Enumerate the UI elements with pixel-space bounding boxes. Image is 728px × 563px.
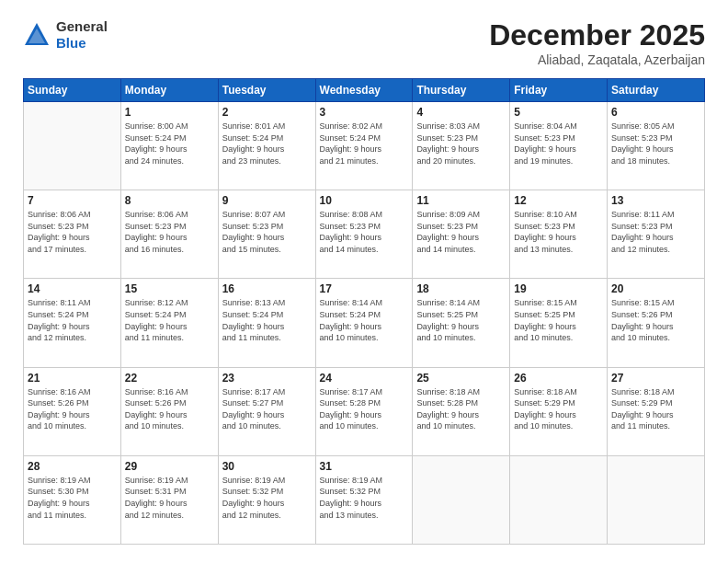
day-info: Sunrise: 8:06 AM Sunset: 5:23 PM Dayligh…	[28, 209, 117, 255]
calendar-cell: 13Sunrise: 8:11 AM Sunset: 5:23 PM Dayli…	[608, 190, 705, 279]
weekday-friday: Friday	[510, 79, 608, 102]
day-info: Sunrise: 8:19 AM Sunset: 5:30 PM Dayligh…	[28, 475, 117, 521]
calendar-cell: 10Sunrise: 8:08 AM Sunset: 5:23 PM Dayli…	[315, 190, 413, 279]
logo-text: General Blue	[56, 18, 108, 52]
day-number: 16	[222, 282, 312, 295]
calendar-cell: 25Sunrise: 8:18 AM Sunset: 5:28 PM Dayli…	[413, 367, 510, 455]
day-number: 18	[416, 282, 506, 295]
calendar-cell: 8Sunrise: 8:06 AM Sunset: 5:23 PM Daylig…	[120, 190, 218, 279]
day-info: Sunrise: 8:00 AM Sunset: 5:24 PM Dayligh…	[125, 121, 214, 167]
calendar-cell	[24, 102, 121, 190]
day-number: 28	[28, 460, 117, 473]
weekday-thursday: Thursday	[413, 79, 510, 102]
calendar-cell	[608, 455, 705, 544]
day-number: 3	[320, 106, 409, 119]
calendar-cell: 4Sunrise: 8:03 AM Sunset: 5:23 PM Daylig…	[413, 102, 510, 190]
calendar-cell: 11Sunrise: 8:09 AM Sunset: 5:23 PM Dayli…	[413, 190, 510, 279]
day-number: 29	[125, 460, 214, 473]
calendar-cell: 7Sunrise: 8:06 AM Sunset: 5:23 PM Daylig…	[24, 190, 121, 279]
day-info: Sunrise: 8:13 AM Sunset: 5:24 PM Dayligh…	[222, 297, 312, 343]
day-info: Sunrise: 8:17 AM Sunset: 5:28 PM Dayligh…	[320, 386, 409, 432]
logo-general: General	[56, 18, 108, 34]
day-info: Sunrise: 8:15 AM Sunset: 5:26 PM Dayligh…	[611, 297, 700, 343]
calendar-cell: 20Sunrise: 8:15 AM Sunset: 5:26 PM Dayli…	[608, 279, 705, 367]
day-info: Sunrise: 8:11 AM Sunset: 5:23 PM Dayligh…	[611, 209, 700, 255]
day-info: Sunrise: 8:04 AM Sunset: 5:23 PM Dayligh…	[514, 121, 603, 167]
calendar-cell: 31Sunrise: 8:19 AM Sunset: 5:32 PM Dayli…	[315, 455, 413, 544]
calendar-cell: 9Sunrise: 8:07 AM Sunset: 5:23 PM Daylig…	[218, 190, 315, 279]
day-number: 14	[28, 282, 117, 295]
day-number: 26	[514, 372, 603, 385]
day-info: Sunrise: 8:14 AM Sunset: 5:24 PM Dayligh…	[320, 297, 409, 343]
page: General Blue December 2025 Aliabad, Zaqa…	[0, 0, 728, 563]
calendar-body: 1Sunrise: 8:00 AM Sunset: 5:24 PM Daylig…	[24, 102, 705, 545]
calendar-cell: 22Sunrise: 8:16 AM Sunset: 5:26 PM Dayli…	[120, 367, 218, 455]
day-info: Sunrise: 8:05 AM Sunset: 5:23 PM Dayligh…	[611, 121, 700, 167]
calendar-cell: 27Sunrise: 8:18 AM Sunset: 5:29 PM Dayli…	[608, 367, 705, 455]
weekday-saturday: Saturday	[608, 79, 705, 102]
day-number: 27	[611, 372, 700, 385]
weekday-row: SundayMondayTuesdayWednesdayThursdayFrid…	[24, 79, 705, 102]
calendar-week-4: 21Sunrise: 8:16 AM Sunset: 5:26 PM Dayli…	[24, 367, 705, 455]
day-number: 15	[125, 282, 214, 295]
calendar-header: SundayMondayTuesdayWednesdayThursdayFrid…	[24, 79, 705, 102]
calendar-cell: 29Sunrise: 8:19 AM Sunset: 5:31 PM Dayli…	[120, 455, 218, 544]
day-info: Sunrise: 8:18 AM Sunset: 5:28 PM Dayligh…	[416, 386, 506, 432]
calendar-cell: 30Sunrise: 8:19 AM Sunset: 5:32 PM Dayli…	[218, 455, 315, 544]
day-info: Sunrise: 8:11 AM Sunset: 5:24 PM Dayligh…	[28, 297, 117, 343]
calendar-cell: 17Sunrise: 8:14 AM Sunset: 5:24 PM Dayli…	[315, 279, 413, 367]
calendar-cell: 16Sunrise: 8:13 AM Sunset: 5:24 PM Dayli…	[218, 279, 315, 367]
weekday-monday: Monday	[120, 79, 218, 102]
weekday-wednesday: Wednesday	[315, 79, 413, 102]
calendar-week-1: 1Sunrise: 8:00 AM Sunset: 5:24 PM Daylig…	[24, 102, 705, 190]
calendar-cell: 3Sunrise: 8:02 AM Sunset: 5:24 PM Daylig…	[315, 102, 413, 190]
day-number: 23	[222, 372, 312, 385]
day-number: 22	[125, 372, 214, 385]
calendar-cell: 23Sunrise: 8:17 AM Sunset: 5:27 PM Dayli…	[218, 367, 315, 455]
day-info: Sunrise: 8:12 AM Sunset: 5:24 PM Dayligh…	[125, 297, 214, 343]
day-number: 5	[514, 106, 603, 119]
calendar-cell: 12Sunrise: 8:10 AM Sunset: 5:23 PM Dayli…	[510, 190, 608, 279]
day-number: 31	[320, 460, 409, 473]
location: Aliabad, Zaqatala, Azerbaijan	[489, 52, 705, 67]
day-info: Sunrise: 8:18 AM Sunset: 5:29 PM Dayligh…	[514, 386, 603, 432]
day-info: Sunrise: 8:06 AM Sunset: 5:23 PM Dayligh…	[125, 209, 214, 255]
day-number: 2	[222, 106, 312, 119]
day-number: 7	[28, 194, 117, 207]
day-info: Sunrise: 8:19 AM Sunset: 5:31 PM Dayligh…	[125, 475, 214, 521]
calendar-cell: 19Sunrise: 8:15 AM Sunset: 5:25 PM Dayli…	[510, 279, 608, 367]
day-info: Sunrise: 8:19 AM Sunset: 5:32 PM Dayligh…	[320, 475, 409, 521]
calendar-week-5: 28Sunrise: 8:19 AM Sunset: 5:30 PM Dayli…	[24, 455, 705, 544]
day-number: 30	[222, 460, 312, 473]
day-number: 20	[611, 282, 700, 295]
day-number: 19	[514, 282, 603, 295]
weekday-tuesday: Tuesday	[218, 79, 315, 102]
day-info: Sunrise: 8:19 AM Sunset: 5:32 PM Dayligh…	[222, 475, 312, 521]
day-number: 13	[611, 194, 700, 207]
day-number: 25	[416, 372, 506, 385]
title-block: December 2025 Aliabad, Zaqatala, Azerbai…	[489, 18, 705, 67]
day-number: 4	[416, 106, 506, 119]
day-number: 9	[222, 194, 312, 207]
calendar-cell: 21Sunrise: 8:16 AM Sunset: 5:26 PM Dayli…	[24, 367, 121, 455]
calendar-cell: 18Sunrise: 8:14 AM Sunset: 5:25 PM Dayli…	[413, 279, 510, 367]
calendar-cell: 2Sunrise: 8:01 AM Sunset: 5:24 PM Daylig…	[218, 102, 315, 190]
day-number: 6	[611, 106, 700, 119]
day-info: Sunrise: 8:08 AM Sunset: 5:23 PM Dayligh…	[320, 209, 409, 255]
calendar-week-3: 14Sunrise: 8:11 AM Sunset: 5:24 PM Dayli…	[24, 279, 705, 367]
logo-blue: Blue	[56, 35, 86, 51]
day-info: Sunrise: 8:14 AM Sunset: 5:25 PM Dayligh…	[416, 297, 506, 343]
day-number: 11	[416, 194, 506, 207]
calendar-cell: 24Sunrise: 8:17 AM Sunset: 5:28 PM Dayli…	[315, 367, 413, 455]
day-info: Sunrise: 8:16 AM Sunset: 5:26 PM Dayligh…	[125, 386, 214, 432]
day-info: Sunrise: 8:02 AM Sunset: 5:24 PM Dayligh…	[320, 121, 409, 167]
day-number: 10	[320, 194, 409, 207]
calendar-cell	[413, 455, 510, 544]
calendar-cell: 5Sunrise: 8:04 AM Sunset: 5:23 PM Daylig…	[510, 102, 608, 190]
day-info: Sunrise: 8:10 AM Sunset: 5:23 PM Dayligh…	[514, 209, 603, 255]
day-number: 8	[125, 194, 214, 207]
day-info: Sunrise: 8:01 AM Sunset: 5:24 PM Dayligh…	[222, 121, 312, 167]
calendar-cell: 26Sunrise: 8:18 AM Sunset: 5:29 PM Dayli…	[510, 367, 608, 455]
header: General Blue December 2025 Aliabad, Zaqa…	[23, 18, 705, 67]
day-info: Sunrise: 8:16 AM Sunset: 5:26 PM Dayligh…	[28, 386, 117, 432]
